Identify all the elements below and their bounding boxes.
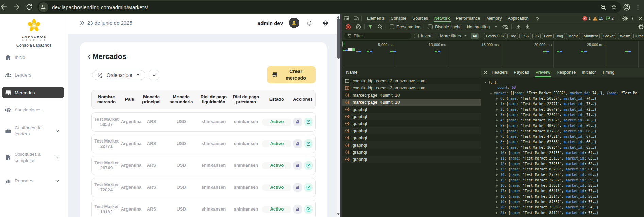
sidebar-item-inicio[interactable]: Inicio [2,52,64,63]
record-icon[interactable] [345,24,351,30]
sidebar-item-reportes[interactable]: Reportes [2,176,64,187]
json-item-11[interactable]: 11: {name: "Test Market 25155", market_i… [500,156,598,161]
inspect-icon[interactable] [344,15,350,21]
request-row[interactable]: graphql [342,113,481,120]
filter-chip-manifest[interactable]: Manifest [582,33,600,39]
sidebar-item-asociaciones[interactable]: Asociaciones [2,104,64,116]
sidebar-item-gestiones-de-lenders[interactable]: Gestiones delenders [2,123,64,138]
tree-expand-icon[interactable] [496,173,498,176]
error-badge-icon[interactable] [582,16,587,21]
table-row[interactable]: Test Market22771ArgentinaARSUSDshinkanse… [91,134,316,153]
request-row[interactable]: cognito-idp.us-east-2.amazonaws.com [342,77,481,84]
timeline-brush-handle[interactable] [342,41,345,47]
tree-expand-icon[interactable] [496,108,498,111]
filter-chip-font[interactable]: Font [542,33,554,39]
tree-expand-icon[interactable] [496,195,498,198]
json-item-16[interactable]: 16: {name: "Test Market 30551", market_i… [500,183,598,188]
json-item-12[interactable]: 12: {name: "Test Market 70235", market_i… [500,161,598,167]
tree-expand-icon[interactable] [496,184,498,187]
avatar[interactable] [289,18,299,28]
tree-expand-icon[interactable] [496,124,498,127]
expand-filters-button[interactable] [149,70,159,80]
device-toolbar-icon[interactable] [353,15,359,21]
filter-funnel-icon[interactable] [368,24,373,29]
request-row[interactable]: graphql [342,134,481,141]
request-row[interactable]: market?page=4&limit=10 [342,91,481,99]
export-har-icon[interactable] [525,24,530,30]
tree-expand-icon[interactable] [496,103,498,105]
menu-icon[interactable] [634,4,641,11]
globe-icon[interactable] [323,20,328,26]
edit-button[interactable] [304,139,313,148]
tree-expand-icon[interactable] [496,152,498,154]
json-item-10[interactable]: 10: {name: "Test Market 25155", market_i… [500,150,598,156]
filter-chip-socket[interactable]: Socket [601,33,617,39]
json-item-20[interactable]: 20: {name: "Test Market 35986", market_i… [500,205,598,210]
tree-expand-icon[interactable] [496,201,498,203]
devtools-tab-performance[interactable]: Performance [453,14,484,22]
page-scrollbar[interactable] [337,14,340,217]
sidebar-item-solicitudes-a-completar[interactable]: Solicitudes acompletar [2,150,64,165]
tree-collapse-icon[interactable] [484,81,487,84]
json-item-7[interactable]: 7: {name: "Test Market 47821", market_id… [500,134,596,139]
sort-button[interactable]: AZ Ordenar por [92,70,145,80]
filter-chip-media[interactable]: Media [566,33,580,39]
filter-chip-css[interactable]: CSS [519,33,531,39]
json-item-6[interactable]: 6: {name: "Test Market 81266", market_id… [500,129,596,134]
lock-button[interactable] [293,118,302,126]
filter-chip-js[interactable]: JS [532,33,541,39]
preserve-log-label[interactable]: Preserve log [396,24,420,29]
warning-count[interactable]: 15 [599,16,603,21]
preserve-log-checkbox[interactable] [390,24,394,29]
json-item-1[interactable]: 1: {name: "Test Market 22771", market_id… [500,101,596,107]
table-row[interactable]: Test Market72024ArgentinaARSUSDshinkanse… [91,178,316,197]
tree-expand-icon[interactable] [496,179,498,182]
back-chevron-icon[interactable] [86,53,93,60]
json-item-15[interactable]: 15: {name: "Test Market 27592", market_i… [500,178,598,183]
json-item-14[interactable]: 14: {name: "Test Market 27592", market_i… [500,172,598,178]
sidebar-item-mercados[interactable]: Mercados [2,87,64,98]
request-row[interactable]: graphql [342,149,481,156]
json-item-17[interactable]: 17: {name: "Test Market 68410", market_i… [500,188,598,194]
filter-chip-other[interactable]: Other [633,33,644,39]
warning-badge-icon[interactable] [593,16,598,21]
tree-expand-icon[interactable] [496,190,498,193]
detail-tab-payload[interactable]: Payload [511,68,532,77]
json-item-2[interactable]: 2: {name: "Test Market 26749", market_id… [500,107,596,112]
tree-expand-icon[interactable] [496,206,498,209]
network-overview-timeline[interactable]: 5,000 ms10,000 ms15,000 ms20,000 ms25,00… [342,41,644,68]
throttling-caret-icon[interactable] [494,25,498,29]
json-item-5[interactable]: 5: {name: "Test Market 40679", market_id… [500,123,596,129]
tree-expand-icon[interactable] [496,146,498,149]
address-bar[interactable]: dev.lapachoslending.com/admin/Markets/ [37,1,621,13]
table-row[interactable]: Test Market26749ArgentinaARSUSDshinkanse… [91,156,316,175]
json-item-4[interactable]: 4: {name: "Test Market 19182", market_id… [500,118,596,123]
invert-label[interactable]: Invert [421,34,431,38]
detail-tab-headers[interactable]: Headers [489,68,511,77]
network-conditions-icon[interactable] [502,24,508,30]
filter-chip-wasm[interactable]: Wasm [618,33,632,39]
devtools-tab-sources[interactable]: Sources [409,14,431,22]
edit-button[interactable] [304,205,313,214]
tree-expand-icon[interactable] [496,135,498,138]
devtools-tab-application[interactable]: Application [505,14,531,22]
import-har-icon[interactable] [515,24,521,30]
name-column-header[interactable]: Name [342,68,481,77]
reload-icon[interactable] [25,3,33,11]
zoom-icon[interactable] [600,4,607,11]
table-row[interactable]: Test Market19182ArgentinaARSUSDshinkanse… [91,200,316,217]
devtools-tab-network[interactable]: Network [431,14,453,22]
more-filters-caret-icon[interactable] [464,34,467,38]
json-item-9[interactable]: 9: {name: "Test Market 16934", market_id… [500,145,596,150]
filter-chip-doc[interactable]: Doc [507,33,518,39]
url-text[interactable]: dev.lapachoslending.com/admin/Markets/ [52,4,148,10]
json-item-13[interactable]: 13: {name: "Test Market 83206", market_i… [500,167,598,172]
devtools-tab-elements[interactable]: Elements [364,14,388,22]
invert-checkbox[interactable] [414,34,419,38]
filter-chip-fetchxhr[interactable]: Fetch/XHR [484,33,506,39]
clear-icon[interactable] [356,24,361,30]
json-market-array[interactable]: market: [{name: "Test Market 50537", mar… [494,90,638,96]
lock-button[interactable] [293,183,302,192]
devtools-tab-console[interactable]: Console [388,14,409,22]
scroll-down-icon[interactable] [337,212,340,216]
